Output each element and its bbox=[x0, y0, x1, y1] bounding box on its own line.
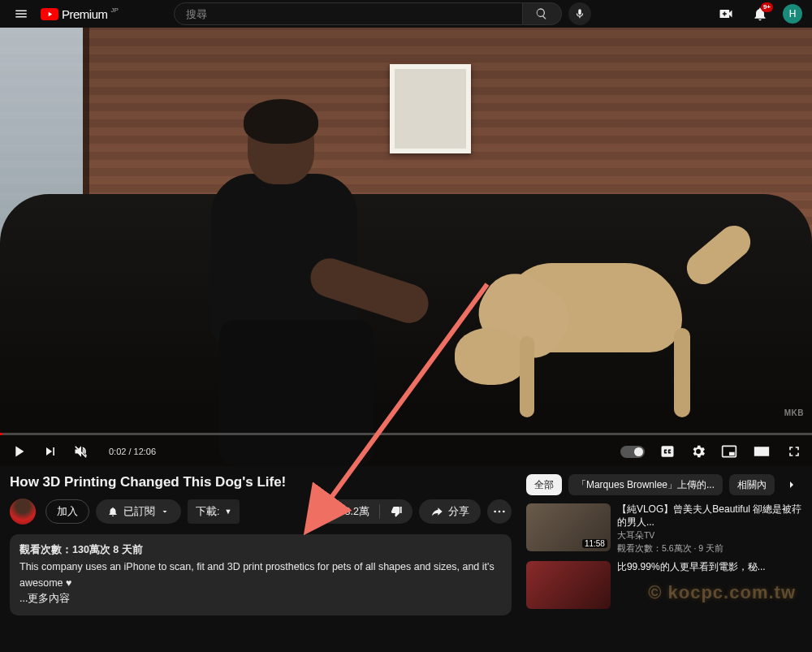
hamburger-menu-button[interactable] bbox=[10, 2, 32, 25]
play-button[interactable] bbox=[10, 443, 28, 460]
description-more[interactable]: ...更多內容 bbox=[19, 593, 70, 604]
subscribed-button[interactable]: 已訂閱 bbox=[96, 499, 181, 524]
notifications-button[interactable]: 9+ bbox=[749, 2, 771, 25]
video-player[interactable]: MKB 0:02 / 12:06 bbox=[0, 28, 812, 466]
youtube-logo[interactable]: Premium JP bbox=[41, 7, 119, 21]
more-horiz-icon bbox=[493, 505, 506, 518]
share-label: 分享 bbox=[448, 505, 469, 519]
action-row: 加入 已訂閱 下載: ▼ 8.2萬 bbox=[10, 499, 512, 525]
join-button[interactable]: 加入 bbox=[45, 499, 89, 524]
voice-search-button[interactable] bbox=[568, 2, 591, 25]
related-thumbnail: 11:58 bbox=[526, 503, 611, 551]
download-label: 下載: bbox=[196, 505, 219, 519]
like-button[interactable]: 8.2萬 bbox=[317, 499, 379, 524]
download-caret: ▼ bbox=[224, 507, 231, 516]
mute-button[interactable] bbox=[73, 443, 89, 460]
related-title: 【純VLOG】曾美夫人Beautiful 卻總是被荇的男人... bbox=[617, 503, 802, 529]
related-title: 比99.99%的人更早看到電影，秘... bbox=[617, 561, 802, 574]
miniplayer-button[interactable] bbox=[721, 443, 737, 460]
theater-button[interactable] bbox=[752, 443, 771, 460]
dislike-button[interactable] bbox=[380, 499, 412, 524]
notification-badge: 9+ bbox=[761, 2, 773, 12]
captions-button[interactable] bbox=[659, 443, 676, 460]
more-actions-button[interactable] bbox=[487, 499, 512, 524]
chip-uploaded-by[interactable]: 「Marques Brownlee」上傳的... bbox=[568, 474, 723, 495]
description-meta: 觀看次數：130萬次 8 天前 bbox=[19, 542, 502, 558]
related-duration: 11:58 bbox=[582, 539, 607, 548]
related-channel: 大耳朵TV bbox=[617, 530, 802, 542]
like-count: 8.2萬 bbox=[345, 505, 369, 519]
related-item[interactable]: 比99.99%的人更早看到電影，秘... bbox=[526, 561, 802, 609]
brand-text: Premium bbox=[62, 7, 108, 21]
video-frame: MKB 0:02 / 12:06 bbox=[0, 28, 812, 466]
autoplay-toggle[interactable] bbox=[620, 446, 645, 458]
search-box[interactable] bbox=[174, 2, 523, 25]
related-stats: 觀看次數：5.6萬次 · 9 天前 bbox=[617, 543, 802, 555]
masthead: Premium JP 9+ H bbox=[0, 0, 812, 28]
bell-icon bbox=[107, 506, 119, 517]
thumb-up-icon bbox=[327, 505, 340, 518]
youtube-play-icon bbox=[41, 8, 58, 20]
chevron-right-icon bbox=[785, 478, 798, 491]
secondary-column: 全部 「Marques Brownlee」上傳的... 相關內 11:58 【純… bbox=[526, 474, 802, 615]
description-box[interactable]: 觀看次數：130萬次 8 天前 This company uses an iPh… bbox=[10, 534, 512, 615]
search-input[interactable] bbox=[186, 8, 511, 20]
filter-chips: 全部 「Marques Brownlee」上傳的... 相關內 bbox=[526, 474, 802, 495]
country-code: JP bbox=[111, 6, 119, 14]
next-button[interactable] bbox=[42, 443, 58, 460]
join-label: 加入 bbox=[57, 505, 78, 519]
download-button[interactable]: 下載: ▼ bbox=[188, 499, 240, 524]
search-button[interactable] bbox=[523, 2, 562, 25]
masthead-right: 9+ H bbox=[715, 2, 802, 25]
video-title: How 3D Printing Changed This Dog's Life! bbox=[10, 474, 512, 490]
search-container bbox=[174, 2, 591, 25]
chip-all[interactable]: 全部 bbox=[526, 474, 562, 495]
like-dislike-group: 8.2萬 bbox=[317, 499, 412, 524]
fullscreen-button[interactable] bbox=[786, 443, 802, 460]
channel-watermark: MKB bbox=[784, 408, 804, 417]
related-thumbnail bbox=[526, 561, 611, 609]
create-button[interactable] bbox=[715, 2, 737, 25]
player-controls: 0:02 / 12:06 bbox=[0, 437, 812, 466]
share-icon bbox=[430, 505, 443, 518]
share-button[interactable]: 分享 bbox=[419, 499, 481, 524]
channel-avatar[interactable] bbox=[10, 499, 36, 525]
related-item[interactable]: 11:58 【純VLOG】曾美夫人Beautiful 卻總是被荇的男人... 大… bbox=[526, 503, 802, 555]
chips-next-button[interactable] bbox=[781, 474, 802, 495]
subscribed-label: 已訂閱 bbox=[123, 505, 155, 519]
time-display: 0:02 / 12:06 bbox=[109, 447, 156, 456]
settings-button[interactable] bbox=[690, 443, 706, 460]
primary-column: How 3D Printing Changed This Dog's Life!… bbox=[10, 474, 512, 615]
chevron-down-icon bbox=[160, 507, 170, 516]
progress-bar[interactable] bbox=[0, 433, 812, 435]
account-avatar[interactable]: H bbox=[783, 4, 802, 24]
related-list: 11:58 【純VLOG】曾美夫人Beautiful 卻總是被荇的男人... 大… bbox=[526, 503, 802, 609]
description-body: This company uses an iPhone to scan, fit… bbox=[19, 559, 502, 591]
chip-related[interactable]: 相關內 bbox=[729, 474, 775, 495]
thumb-down-icon bbox=[390, 505, 403, 518]
